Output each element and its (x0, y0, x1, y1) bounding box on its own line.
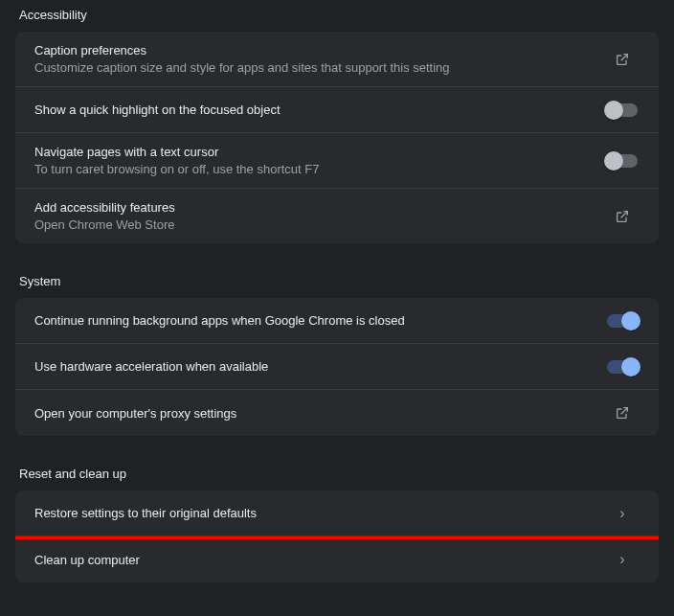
accessibility-card: Caption preferences Customize caption si… (15, 32, 659, 243)
external-link-icon (605, 209, 640, 224)
row-text: Restore settings to their original defau… (34, 506, 257, 520)
row-text: Continue running background apps when Go… (34, 313, 405, 328)
quick-highlight-toggle[interactable] (607, 103, 638, 117)
row-text: Use hardware acceleration when available (34, 359, 268, 374)
background-apps-row[interactable]: Continue running background apps when Go… (15, 298, 659, 344)
reset-card: Restore settings to their original defau… (15, 491, 659, 582)
chevron-right-icon: › (605, 551, 640, 568)
row-title: Add accessibility features (34, 200, 175, 215)
row-text: Show a quick highlight on the focused ob… (34, 103, 281, 117)
row-title: Navigate pages with a text cursor (34, 145, 319, 159)
quick-highlight-row[interactable]: Show a quick highlight on the focused ob… (15, 87, 659, 133)
system-card: Continue running background apps when Go… (15, 298, 659, 436)
background-apps-toggle[interactable] (607, 314, 638, 328)
restore-defaults-row[interactable]: Restore settings to their original defau… (15, 491, 659, 536)
row-title: Continue running background apps when Go… (34, 313, 405, 328)
hardware-acceleration-toggle[interactable] (607, 360, 638, 374)
row-sub: Open Chrome Web Store (34, 217, 175, 232)
external-link-icon (605, 405, 640, 421)
row-title: Restore settings to their original defau… (34, 506, 257, 520)
row-title: Show a quick highlight on the focused ob… (34, 103, 281, 117)
section-title-reset: Reset and clean up (0, 459, 674, 491)
settings-page: Accessibility Caption preferences Custom… (0, 0, 674, 582)
add-accessibility-features-row[interactable]: Add accessibility features Open Chrome W… (15, 189, 659, 243)
row-title: Clean up computer (34, 553, 140, 567)
row-title: Open your computer's proxy settings (34, 406, 236, 421)
clean-up-computer-row[interactable]: Clean up computer › (15, 536, 659, 582)
chevron-right-icon: › (605, 505, 640, 522)
hardware-acceleration-row[interactable]: Use hardware acceleration when available (15, 344, 659, 390)
caption-preferences-row[interactable]: Caption preferences Customize caption si… (15, 32, 659, 87)
text-cursor-row[interactable]: Navigate pages with a text cursor To tur… (15, 133, 659, 189)
row-sub: Customize caption size and style for app… (34, 60, 450, 75)
row-title: Use hardware acceleration when available (34, 359, 268, 374)
external-link-icon (605, 52, 640, 67)
row-text: Clean up computer (34, 553, 140, 567)
row-text: Open your computer's proxy settings (34, 406, 236, 421)
text-cursor-toggle[interactable] (607, 154, 638, 168)
row-text: Add accessibility features Open Chrome W… (34, 200, 175, 232)
section-title-system: System (0, 266, 674, 298)
row-sub: To turn caret browsing on or off, use th… (34, 162, 319, 176)
row-text: Caption preferences Customize caption si… (34, 43, 450, 75)
row-title: Caption preferences (34, 43, 450, 57)
row-text: Navigate pages with a text cursor To tur… (34, 145, 319, 176)
section-title-accessibility: Accessibility (0, 0, 674, 32)
proxy-settings-row[interactable]: Open your computer's proxy settings (15, 390, 659, 436)
